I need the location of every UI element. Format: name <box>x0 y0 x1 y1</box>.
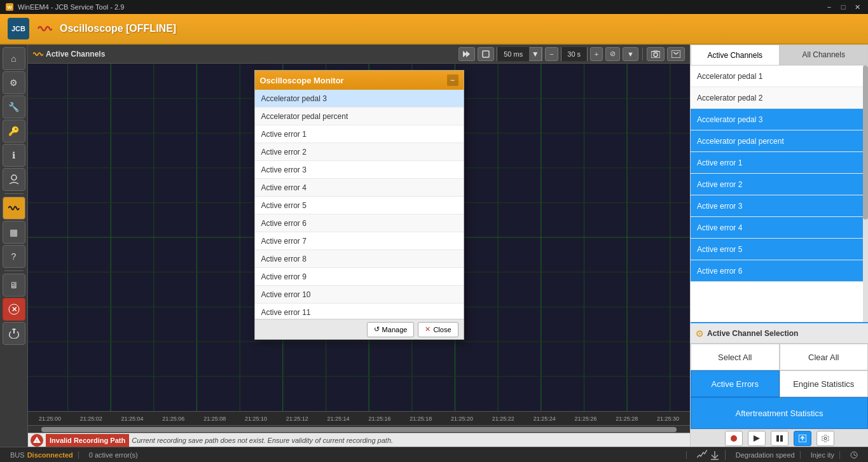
sidebar: ⌂ ⚙ 🔧 🔑 ℹ ▦ ? 🖥 ✕ <box>0 45 28 447</box>
error-circle-icon[interactable]: ! <box>31 434 43 447</box>
sidebar-item-oscilloscope[interactable] <box>3 197 25 220</box>
time-label-7: 21:25:14 <box>318 416 359 422</box>
title-text: WinEEM4 - JCB Service Tool - 2.9 <box>18 3 124 11</box>
channel-list: Accelerator pedal 1 Accelerator pedal 2 … <box>691 66 863 322</box>
tab-all-channels[interactable]: All Channels <box>780 45 869 65</box>
time-label-9: 21:25:18 <box>400 416 441 422</box>
list-item[interactable]: Active error 3 <box>255 161 464 179</box>
degradation-status: Degradation speed <box>731 451 801 459</box>
list-item[interactable]: Active error 7 <box>255 232 464 250</box>
list-item[interactable]: Active error 10 <box>255 286 464 304</box>
osc-monitor-footer: ↺ Manage ✕ Close <box>255 319 464 339</box>
channel-item[interactable]: Active error 2 <box>691 174 863 195</box>
selection-icon: ⊙ <box>696 328 703 339</box>
list-item[interactable]: Accelerator pedal 3 <box>255 90 464 108</box>
time-interval-dropdown[interactable]: ▼ <box>529 47 542 61</box>
app-title: Oscilloscope [OFFLINE] <box>60 23 176 34</box>
time-label-12: 21:25:24 <box>524 416 565 422</box>
manage-button[interactable]: ↺ Manage <box>367 322 415 337</box>
svg-point-40 <box>824 437 827 440</box>
toolbar-sep-1 <box>642 48 643 60</box>
channel-item[interactable]: Accelerator pedal 3 <box>691 109 863 130</box>
channel-item[interactable]: Accelerator pedal 1 <box>691 66 863 87</box>
warning-message: Current recording save path does not exi… <box>132 437 393 444</box>
svg-rect-37 <box>780 435 783 442</box>
time-label-1: 21:25:02 <box>71 416 112 422</box>
scrollbar[interactable] <box>863 66 868 322</box>
channel-item[interactable]: Active error 6 <box>691 260 863 282</box>
reset-btn[interactable]: ⊘ <box>605 47 620 61</box>
sidebar-item-error[interactable]: ✕ <box>3 298 25 321</box>
zoom-in-btn[interactable]: + <box>590 47 603 61</box>
channel-item[interactable]: Active error 1 <box>691 152 863 174</box>
osc-toolbar: Active Channels ▼ − + ⊘ ▼ <box>28 45 690 64</box>
settings-gear-button[interactable] <box>816 431 834 446</box>
engine-statistics-button[interactable]: Engine Statistics <box>780 370 869 397</box>
filter-btn[interactable]: ▼ <box>623 47 638 61</box>
list-item[interactable]: Accelerator pedal percent <box>255 108 464 125</box>
svg-point-7 <box>654 53 658 57</box>
chart-area: Oscilloscope Monitor − Accelerator pedal… <box>28 64 690 411</box>
sidebar-item-settings[interactable]: ⚙ <box>3 71 25 94</box>
record-button[interactable] <box>725 431 743 446</box>
channel-tabs: Active Channels All Channels <box>691 45 868 66</box>
time-label-5: 21:25:10 <box>235 416 277 422</box>
main-layout: ⌂ ⚙ 🔧 🔑 ℹ ▦ ? 🖥 ✕ Active Ch <box>0 45 868 447</box>
list-item[interactable]: Active error 8 <box>255 250 464 268</box>
toolbar-icons <box>692 450 726 460</box>
snapshot-btn[interactable] <box>647 47 665 61</box>
jcb-logo: JCB <box>8 18 29 39</box>
sidebar-item-help[interactable]: ? <box>3 245 25 268</box>
time-label-3: 21:25:06 <box>153 416 194 422</box>
right-panel: Active Channels All Channels Accelerator… <box>690 45 868 447</box>
time-label-14: 21:25:28 <box>606 416 647 422</box>
tab-active-channels[interactable]: Active Channels <box>691 45 780 65</box>
list-item[interactable]: Active error 4 <box>255 179 464 197</box>
sidebar-item-display[interactable]: 🖥 <box>3 274 25 297</box>
zoom-out-btn[interactable]: − <box>545 47 558 61</box>
list-item[interactable]: Active error 11 <box>255 304 464 319</box>
export-button[interactable] <box>794 431 811 446</box>
bus-status: BUS Disconnected <box>5 451 79 459</box>
clock-status <box>845 451 863 459</box>
timeline-labels: 21:25:00 21:25:02 21:25:04 21:25:06 21:2… <box>28 416 690 422</box>
maximize-button[interactable]: □ <box>837 2 849 12</box>
channel-item[interactable]: Active error 3 <box>691 195 863 217</box>
close-x-icon: ✕ <box>425 325 431 333</box>
osc-monitor-popup: Oscilloscope Monitor − Accelerator pedal… <box>254 70 464 340</box>
sidebar-item-home[interactable]: ⌂ <box>3 47 25 70</box>
list-item[interactable]: Active error 1 <box>255 125 464 143</box>
play-button[interactable] <box>748 431 766 446</box>
channel-item[interactable]: Accelerator pedal percent <box>691 130 863 152</box>
duration-input[interactable] <box>561 47 587 61</box>
aftertreatment-statistics-button[interactable]: Aftertreatment Statistics <box>691 397 868 429</box>
toolbar-fast-forward[interactable] <box>458 47 475 61</box>
expand-btn[interactable] <box>667 47 685 61</box>
list-item[interactable]: Active error 2 <box>255 143 464 161</box>
select-all-button[interactable]: Select All <box>691 344 780 370</box>
channel-item[interactable]: Accelerator pedal 2 <box>691 87 863 109</box>
active-errors-button[interactable]: Active Errors <box>691 370 780 397</box>
sidebar-item-info[interactable]: ℹ <box>3 144 25 167</box>
pause-button[interactable] <box>771 431 789 446</box>
clear-all-button[interactable]: Clear All <box>780 344 869 370</box>
list-item[interactable]: Active error 6 <box>255 214 464 232</box>
sidebar-item-tools[interactable]: 🔧 <box>3 95 25 118</box>
close-button[interactable]: ✕ <box>851 2 863 12</box>
sidebar-item-key[interactable]: 🔑 <box>3 120 25 143</box>
close-button[interactable]: ✕ Close <box>418 322 458 337</box>
time-label-6: 21:25:12 <box>277 416 318 422</box>
toolbar-settings[interactable] <box>478 47 494 61</box>
minimize-button[interactable]: − <box>823 2 835 12</box>
channel-item[interactable]: Active error 5 <box>691 239 863 260</box>
sidebar-item-grid[interactable]: ▦ <box>3 221 25 244</box>
sidebar-item-profile[interactable] <box>3 168 25 191</box>
sidebar-item-power[interactable] <box>3 322 25 345</box>
time-interval-input[interactable] <box>497 47 529 61</box>
list-item[interactable]: Active error 9 <box>255 268 464 286</box>
list-item[interactable]: Active error 5 <box>255 197 464 214</box>
svg-rect-36 <box>776 435 779 442</box>
osc-monitor-close-btn[interactable]: − <box>447 74 458 86</box>
channel-item[interactable]: Active error 4 <box>691 217 863 239</box>
active-channel-selection: ⊙ Active Channel Selection Select All Cl… <box>691 322 868 429</box>
